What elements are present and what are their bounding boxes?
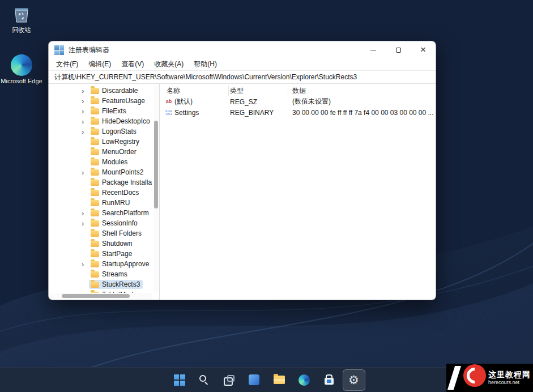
folder-icon bbox=[91, 149, 99, 155]
watermark-subtitle: herecours.net bbox=[488, 380, 531, 386]
folder-icon bbox=[91, 282, 99, 288]
taskbar-start-button[interactable] bbox=[168, 369, 191, 391]
folder-icon bbox=[91, 251, 99, 257]
folder-icon bbox=[91, 271, 99, 278]
chevron-right-icon[interactable] bbox=[82, 169, 89, 176]
tree-item-label: LogonStats bbox=[102, 127, 137, 135]
tree-item-discardable[interactable]: Discardable bbox=[49, 86, 152, 96]
menu-item[interactable]: 收藏夹(A) bbox=[149, 59, 189, 69]
taskbar-widgets-button[interactable] bbox=[243, 369, 266, 391]
watermark-decor-shape bbox=[447, 366, 461, 390]
tree-item-lowregistry[interactable]: LowRegistry bbox=[49, 137, 152, 147]
tree-item-label: Shutdown bbox=[102, 240, 132, 248]
tree-item-hidedesktopico[interactable]: HideDesktopIco bbox=[49, 116, 152, 126]
tree-item-label: LowRegistry bbox=[102, 138, 139, 146]
scrollbar-thumb[interactable] bbox=[62, 294, 130, 298]
window-content: DiscardableFeatureUsageFileExtsHideDeskt… bbox=[49, 84, 436, 300]
folder-icon bbox=[91, 231, 99, 237]
tree-item-logonstats[interactable]: LogonStats bbox=[49, 126, 152, 137]
registry-app-icon bbox=[54, 45, 64, 55]
tree-item-label: Discardable bbox=[102, 87, 138, 95]
taskbar-search-button[interactable] bbox=[193, 369, 216, 391]
tree-item-label: RunMRU bbox=[102, 199, 130, 207]
desktop-icon-label: 回收站 bbox=[0, 27, 43, 35]
tree-item-label: SessionInfo bbox=[102, 219, 138, 227]
close-button[interactable] bbox=[411, 41, 436, 58]
tree-item-label: Package Installa bbox=[102, 178, 152, 186]
minimize-button[interactable] bbox=[361, 41, 386, 58]
address-bar[interactable]: 计算机\HKEY_CURRENT_USER\Software\Microsoft… bbox=[49, 71, 436, 84]
start-icon bbox=[174, 374, 185, 386]
menu-item[interactable]: 帮助(H) bbox=[189, 59, 222, 69]
tree-item-menuorder[interactable]: MenuOrder bbox=[49, 147, 152, 157]
tree-item-fileexts[interactable]: FileExts bbox=[49, 106, 152, 116]
registry-tree: DiscardableFeatureUsageFileExtsHideDeskt… bbox=[49, 86, 152, 300]
widgets-icon bbox=[249, 374, 259, 385]
menu-item[interactable]: 查看(V) bbox=[116, 59, 149, 69]
chevron-right-icon[interactable] bbox=[82, 210, 89, 217]
folder-icon bbox=[91, 220, 99, 227]
tree-item-package-installa[interactable]: Package Installa bbox=[49, 177, 152, 188]
chevron-right-icon[interactable] bbox=[82, 108, 89, 115]
menu-item[interactable]: 文件(F) bbox=[51, 59, 83, 69]
column-header[interactable]: 数据 bbox=[288, 86, 436, 96]
tree-item-recentdocs[interactable]: RecentDocs bbox=[49, 188, 152, 198]
folder-icon bbox=[91, 118, 99, 125]
column-header[interactable]: 类型 bbox=[229, 86, 288, 96]
watermark-text: 这里教程网 herecours.net bbox=[488, 370, 531, 386]
taskbar-store-button[interactable] bbox=[318, 369, 340, 391]
tree-item-shutdown[interactable]: Shutdown bbox=[49, 238, 152, 249]
value-row[interactable]: (默认)REG_SZ(数值未设置) bbox=[160, 96, 436, 107]
chevron-right-icon[interactable] bbox=[82, 220, 89, 227]
chevron-right-icon[interactable] bbox=[82, 128, 89, 135]
value-row[interactable]: SettingsREG_BINARY30 00 00 00 fe ff ff f… bbox=[160, 107, 436, 118]
tree-item-sessioninfo[interactable]: SessionInfo bbox=[49, 218, 152, 228]
desktop-icon-edge[interactable]: Microsoft Edge bbox=[0, 54, 43, 86]
tree-vertical-scrollbar[interactable] bbox=[153, 85, 159, 292]
folder-icon bbox=[91, 180, 99, 186]
folder-icon bbox=[91, 169, 99, 176]
desktop-icon-label: Microsoft Edge bbox=[0, 78, 43, 86]
chevron-right-icon[interactable] bbox=[82, 87, 89, 95]
tree-item-startpage[interactable]: StartPage bbox=[49, 249, 152, 259]
taskbar-file-explorer-button[interactable] bbox=[268, 369, 291, 391]
file-explorer-icon bbox=[274, 376, 285, 384]
taskbar-edge-button[interactable] bbox=[293, 369, 315, 391]
tree-horizontal-scrollbar[interactable] bbox=[49, 293, 152, 299]
desktop: 回收站 Microsoft Edge 注册表编辑器 文件(F)编辑(E)查看(V… bbox=[0, 0, 533, 392]
column-header[interactable]: 名称 bbox=[160, 86, 229, 96]
menu-item[interactable]: 编辑(E) bbox=[83, 59, 116, 69]
tree-pane: DiscardableFeatureUsageFileExtsHideDeskt… bbox=[49, 84, 160, 300]
tree-item-mountpoints2[interactable]: MountPoints2 bbox=[49, 167, 152, 177]
folder-icon bbox=[91, 108, 99, 114]
tree-item-stuckrects3[interactable]: StuckRects3 bbox=[49, 279, 152, 289]
close-icon bbox=[420, 45, 426, 55]
tree-item-streams[interactable]: Streams bbox=[49, 269, 152, 279]
tree-item-modules[interactable]: Modules bbox=[49, 157, 152, 167]
chevron-right-icon[interactable] bbox=[82, 261, 89, 268]
tree-item-label: Streams bbox=[102, 270, 127, 278]
maximize-button[interactable] bbox=[386, 41, 411, 58]
tree-item-shell-folders[interactable]: Shell Folders bbox=[49, 228, 152, 238]
task-view-icon bbox=[224, 375, 234, 385]
watermark-logo bbox=[463, 364, 486, 387]
tree-item-label: StartPage bbox=[102, 250, 132, 258]
value-type: REG_BINARY bbox=[229, 109, 288, 117]
tree-item-label: SearchPlatform bbox=[102, 209, 149, 217]
tree-item-runmru[interactable]: RunMRU bbox=[49, 198, 152, 208]
taskbar-settings-button[interactable] bbox=[343, 369, 365, 391]
chevron-right-icon[interactable] bbox=[82, 118, 89, 125]
tree-item-label: FileExts bbox=[102, 107, 126, 115]
tree-item-searchplatform[interactable]: SearchPlatform bbox=[49, 208, 152, 218]
value-data: (数值未设置) bbox=[288, 97, 436, 106]
minimize-icon bbox=[370, 50, 376, 50]
tree-item-startupapprove[interactable]: StartupApprove bbox=[49, 259, 152, 269]
desktop-icon-recycle-bin[interactable]: 回收站 bbox=[0, 5, 43, 35]
search-icon bbox=[199, 375, 206, 382]
folder-icon bbox=[91, 129, 99, 135]
chevron-right-icon[interactable] bbox=[82, 97, 89, 105]
scrollbar-thumb[interactable] bbox=[154, 121, 158, 208]
title-bar[interactable]: 注册表编辑器 bbox=[49, 41, 436, 58]
taskbar-task-view-button[interactable] bbox=[218, 369, 241, 391]
tree-item-featureusage[interactable]: FeatureUsage bbox=[49, 96, 152, 106]
